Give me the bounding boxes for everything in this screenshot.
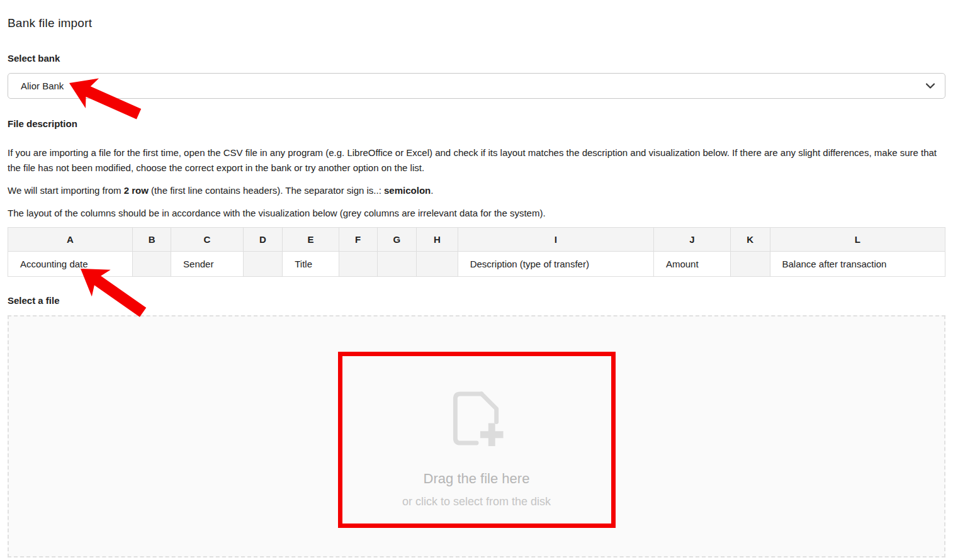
import-settings-text: (the first line contains headers). The s… <box>149 185 384 196</box>
column-cell-irrelevant <box>339 252 377 277</box>
column-header-j: J <box>653 228 730 252</box>
bank-select-value: Alior Bank <box>21 81 64 91</box>
separator-value: semicolon <box>384 185 431 196</box>
drop-title: Drag the file here <box>424 471 530 487</box>
file-add-icon <box>448 389 505 448</box>
column-header-f: F <box>339 228 377 252</box>
column-cell-amount: Amount <box>653 252 730 277</box>
column-header-b: B <box>133 228 171 252</box>
column-header-e: E <box>283 228 339 252</box>
select-bank-label: Select bank <box>8 53 945 64</box>
column-header-a: A <box>8 228 133 252</box>
column-cell-description: Description (type of transfer) <box>458 252 653 277</box>
column-cell-irrelevant <box>133 252 171 277</box>
chevron-down-icon <box>926 83 935 89</box>
column-cell-accounting-date: Accounting date <box>8 252 133 277</box>
column-cell-irrelevant <box>243 252 283 277</box>
column-letters-row: A B C D E F G H I J K L <box>8 228 945 252</box>
layout-info-paragraph: The layout of the columns should be in a… <box>8 206 945 221</box>
red-highlight-box-annotation: Drag the file here or click to select fr… <box>338 352 616 528</box>
column-cell-sender: Sender <box>171 252 244 277</box>
column-header-k: K <box>730 228 770 252</box>
column-header-d: D <box>243 228 283 252</box>
start-row-value: 2 row <box>124 185 149 196</box>
column-header-g: G <box>377 228 417 252</box>
import-settings-paragraph: We will start importing from 2 row (the … <box>8 183 945 198</box>
column-header-h: H <box>417 228 458 252</box>
column-header-c: C <box>171 228 244 252</box>
bank-file-import-page: Bank file import Select bank Alior Bank … <box>0 0 953 560</box>
column-cell-irrelevant <box>730 252 770 277</box>
column-cell-irrelevant <box>417 252 458 277</box>
column-cell-balance: Balance after transaction <box>770 252 945 277</box>
columns-visualization-table: A B C D E F G H I J K L Accounting date … <box>8 227 945 277</box>
bank-select[interactable]: Alior Bank <box>8 73 945 99</box>
page-title: Bank file import <box>8 16 945 30</box>
column-cell-irrelevant <box>377 252 417 277</box>
intro-paragraph: If you are importing a file for the firs… <box>8 145 945 176</box>
column-header-i: I <box>458 228 653 252</box>
column-header-l: L <box>770 228 945 252</box>
import-settings-text: We will start importing from <box>8 185 124 196</box>
select-a-file-label: Select a file <box>8 295 945 306</box>
file-description-label: File description <box>8 118 945 129</box>
file-dropzone[interactable]: Drag the file here or click to select fr… <box>8 315 945 557</box>
column-cell-title: Title <box>283 252 339 277</box>
import-settings-text: . <box>431 185 433 196</box>
drop-subtitle: or click to select from the disk <box>402 495 551 508</box>
column-labels-row: Accounting date Sender Title Description… <box>8 252 945 277</box>
